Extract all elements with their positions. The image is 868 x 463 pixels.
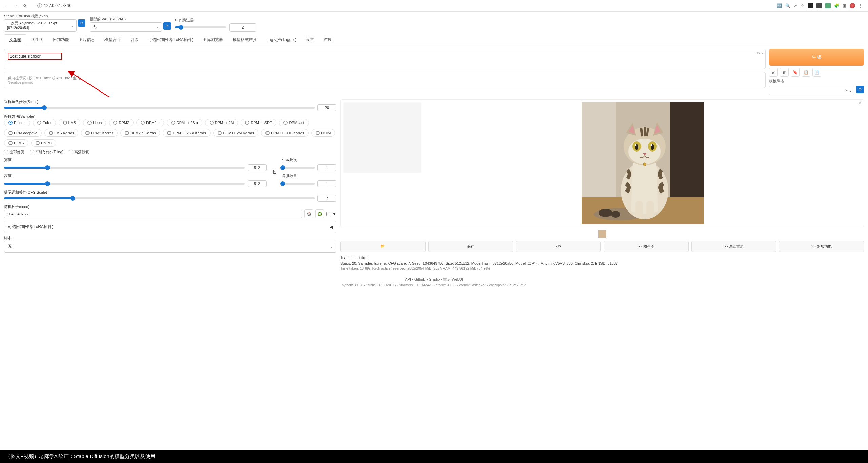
forward-button[interactable]: → [12, 2, 19, 9]
tab-6[interactable]: 可选附加网络(LoRA插件) [143, 34, 198, 46]
negative-prompt-textarea[interactable]: 反向提示词 (按 Ctrl+Enter 或 Alt+Enter 生成) Nega… [4, 72, 766, 88]
batch-count-value[interactable]: 1 [317, 164, 336, 171]
zip-button[interactable]: Zip [516, 241, 601, 252]
batch-count-slider[interactable] [282, 167, 315, 169]
cfg-value[interactable]: 7 [317, 195, 336, 202]
sampler-plms[interactable]: PLMS [4, 139, 28, 147]
cfg-slider[interactable] [4, 197, 315, 199]
menu-icon[interactable]: ⋮ [859, 3, 863, 8]
ext-icon-1[interactable] [808, 3, 813, 8]
tab-5[interactable]: 训练 [125, 34, 143, 46]
batch-size-slider[interactable] [282, 183, 315, 185]
sampler-unipc[interactable]: UniPC [31, 139, 56, 147]
close-icon[interactable]: × ⌄ [845, 88, 852, 93]
width-value[interactable]: 512 [248, 164, 267, 171]
close-output-button[interactable]: × [859, 101, 861, 106]
share-icon[interactable]: ↗ [794, 3, 797, 8]
tab-10[interactable]: 设置 [301, 34, 319, 46]
star-icon[interactable]: ☆ [801, 3, 804, 8]
translate-icon[interactable]: 🔤 [777, 3, 782, 8]
avatar-icon[interactable] [850, 3, 855, 8]
sampler-ddim[interactable]: DDIM [311, 129, 335, 137]
sampler-heun[interactable]: Heun [83, 119, 106, 126]
recycle-button[interactable]: ♻️ [315, 209, 324, 218]
face-restore-checkbox[interactable]: 面部修复 [4, 149, 24, 155]
tab-7[interactable]: 图库浏览器 [198, 34, 228, 46]
width-slider[interactable] [4, 167, 245, 169]
script-dropdown[interactable]: 无 ⌄ [4, 241, 336, 253]
sampler-lms-karras[interactable]: LMS Karras [44, 129, 78, 137]
checkpoint-dropdown[interactable]: 二次元:AnythingV5V3_v30.ckpt [8712e20a5d] ⌄ [4, 19, 77, 32]
tab-3[interactable]: 图片信息 [74, 34, 100, 46]
sampler-dpm-2m-karras[interactable]: DPM++ 2M Karras [213, 129, 258, 137]
sampler-dpm-adaptive[interactable]: DPM adaptive [4, 129, 42, 137]
checkpoint-refresh-button[interactable]: ⟳ [78, 19, 85, 27]
sampler-dpm-fast[interactable]: DPM fast [279, 119, 309, 126]
tiling-checkbox[interactable]: 平铺/分块 (Tiling) [30, 149, 63, 155]
tab-4[interactable]: 模型合并 [100, 34, 125, 46]
dice-button[interactable]: 🎲 [304, 209, 313, 218]
token-counter: 9/75 [756, 51, 763, 55]
save-button[interactable]: 保存 [428, 241, 513, 252]
tab-0[interactable]: 文生图 [4, 34, 26, 46]
sampler-dpm2-a[interactable]: DPM2 a [136, 119, 164, 126]
extra-networks-accordion[interactable]: 可选附加网络(LoRA插件) ◀ [4, 221, 336, 233]
clipboard-icon-button[interactable]: 📋 [802, 68, 810, 77]
ext-icon-3[interactable] [825, 3, 831, 8]
sampler-dpm-2s-a[interactable]: DPM++ 2S a [167, 119, 202, 126]
swap-dims-button[interactable]: ⇅ [269, 157, 279, 187]
tab-9[interactable]: Tag反推(Tagger) [262, 34, 301, 46]
footer-links[interactable]: API • Github • Gradio • 重启 WebUI [4, 277, 864, 282]
chevron-down-icon: ⌄ [330, 245, 333, 248]
reload-button[interactable]: ⟳ [22, 2, 28, 9]
send-inpaint-button[interactable]: >> 局部重绘 [691, 241, 776, 252]
height-slider[interactable] [4, 183, 245, 185]
output-image[interactable] [425, 102, 861, 224]
vae-refresh-button[interactable]: ⟳ [163, 22, 171, 30]
sampler-dpm-2s-a-karras[interactable]: DPM++ 2S a Karras [163, 129, 210, 137]
clip-slider[interactable] [175, 26, 226, 28]
ext-icon-2[interactable] [816, 3, 822, 8]
sampler-dpm-sde-karras[interactable]: DPM++ SDE Karras [261, 129, 309, 137]
output-thumbnail[interactable] [598, 230, 606, 238]
search-ext-icon[interactable]: 🔍 [785, 3, 790, 8]
sampler-dpm-sde[interactable]: DPM++ SDE [241, 119, 276, 126]
back-button[interactable]: ← [3, 2, 9, 9]
open-folder-button[interactable]: 📂 [340, 241, 426, 252]
hires-checkbox[interactable]: 高清修复 [69, 149, 89, 155]
send-img2img-button[interactable]: >> 图生图 [604, 241, 689, 252]
seed-input[interactable]: 1043649756 [4, 210, 302, 218]
clip-value[interactable]: 2 [229, 23, 256, 32]
sampler-euler[interactable]: Euler [33, 119, 56, 126]
sampler-dpm2[interactable]: DPM2 [109, 119, 134, 126]
seed-dropdown-arrow[interactable]: ▼ [332, 212, 336, 216]
send-extras-button[interactable]: >> 附加功能 [779, 241, 864, 252]
extensions-icon[interactable]: 🧩 [834, 3, 839, 8]
trash-icon-button[interactable]: 🗑 [780, 68, 789, 77]
style-refresh-button[interactable]: ⟳ [856, 86, 864, 93]
generate-button[interactable]: 生成 [769, 49, 864, 66]
bookmark-icon-button[interactable]: 🔖 [791, 68, 800, 77]
steps-value[interactable]: 20 [317, 104, 336, 111]
panel-icon[interactable]: ▣ [843, 3, 846, 8]
sampler-euler-a[interactable]: Euler a [4, 119, 30, 126]
svg-rect-11 [646, 201, 654, 217]
batch-size-value[interactable]: 1 [317, 180, 336, 187]
site-info-icon[interactable]: i [37, 3, 42, 8]
height-value[interactable]: 512 [248, 180, 267, 187]
style-dropdown[interactable]: × ⌄ [769, 86, 854, 95]
steps-slider[interactable] [4, 107, 315, 109]
tab-11[interactable]: 扩展 [319, 34, 336, 46]
sampler-lms[interactable]: LMS [59, 119, 81, 126]
sampler-dpm-2m[interactable]: DPM++ 2M [205, 119, 238, 126]
tab-8[interactable]: 模型格式转换 [228, 34, 262, 46]
sampler-dpm2-karras[interactable]: DPM2 Karras [81, 129, 118, 137]
sampler-dpm2-a-karras[interactable]: DPM2 a Karras [120, 129, 160, 137]
prompt-textarea[interactable]: 1cat,cute,sit,floor, 9/75 [4, 49, 766, 69]
seed-extra-checkbox[interactable] [326, 212, 330, 216]
arrow-icon-button[interactable]: ↙ [769, 68, 778, 77]
tab-2[interactable]: 附加功能 [48, 34, 74, 46]
file-icon-button[interactable]: 📄 [812, 68, 821, 77]
vae-dropdown[interactable]: 无 ⌄ [90, 22, 162, 32]
tab-1[interactable]: 图生图 [26, 34, 48, 46]
